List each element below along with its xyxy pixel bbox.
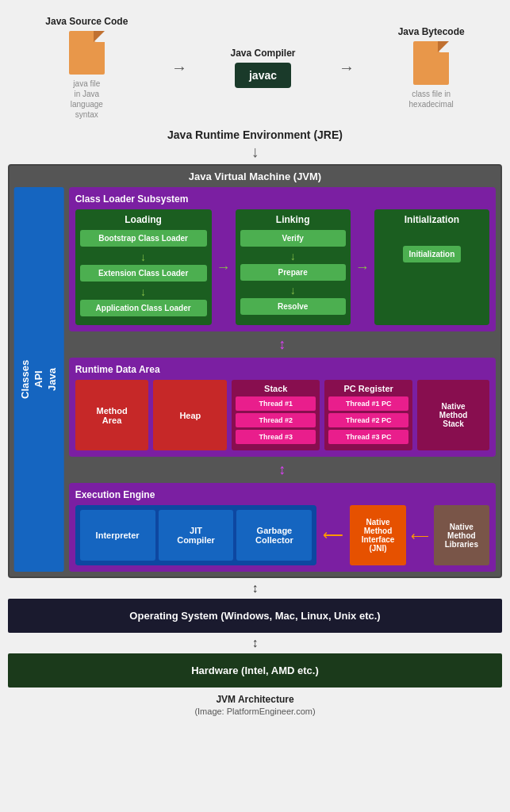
arrow-to-compiler: → xyxy=(171,59,187,77)
jvm-title: Java Virtual Machine (JVM) xyxy=(14,170,496,182)
loading-title: Loading xyxy=(80,214,207,225)
page-container: Java Source Code java file in Java langu… xyxy=(0,0,510,724)
application-loader-btn: Application Class Loader xyxy=(80,300,207,316)
compiler-label: Java Compiler xyxy=(230,48,295,59)
init-btn: Initialization xyxy=(403,246,462,262)
linking-panel: Linking Verify ↓ Prepare ↓ Resolve xyxy=(236,209,351,325)
footer-subcaption: (Image: PlatformEngineer.com) xyxy=(8,707,502,716)
source-file-subtitle: java file in Java language syntax xyxy=(71,79,103,120)
source-file-icon xyxy=(69,31,105,75)
verify-btn: Verify xyxy=(240,230,346,247)
exec-inner: Interpreter JIT Compiler Garbage Collect… xyxy=(75,505,489,565)
exec-left: Interpreter JIT Compiler Garbage Collect… xyxy=(75,505,317,565)
method-area: Method Area xyxy=(75,380,149,450)
os-section: Operating System (Windows, Mac, Linux, U… xyxy=(8,599,502,633)
pc-title: PC Register xyxy=(328,384,408,393)
native-method-stack: Native Method Stack xyxy=(417,380,489,450)
arrow-rda-exec: ↕ xyxy=(69,462,496,478)
stack-thread1: Thread #1 xyxy=(236,396,316,411)
interpreter-component: Interpreter xyxy=(80,510,155,561)
stack-thread2: Thread #2 xyxy=(236,413,316,427)
cls-inner: Loading Bootstrap Class Loader ↓ Extensi… xyxy=(75,209,489,325)
top-section: Java Source Code java file in Java langu… xyxy=(8,8,502,124)
arrow-jvm-os: ↕ xyxy=(8,581,502,596)
source-code-label: Java Source Code xyxy=(45,16,128,27)
loading-panel: Loading Bootstrap Class Loader ↓ Extensi… xyxy=(75,209,212,325)
exec-right: Native Method Interface (JNI) ⟵ Native M… xyxy=(350,505,489,565)
hw-section: Hardware (Intel, AMD etc.) xyxy=(8,653,502,688)
arrow-cls-rda: ↕ xyxy=(69,336,496,353)
exec-section: Execution Engine Interpreter JIT Compile… xyxy=(69,483,496,572)
rda-section: Runtime Data Area Method Area Heap Stack… xyxy=(69,358,496,457)
arrow-nmi-nml: ⟵ xyxy=(411,505,429,565)
bytecode-label: Java Bytecode xyxy=(398,26,465,37)
jre-label: Java Runtime Environment (JRE) xyxy=(8,128,502,141)
arrow-bootstrap-extension: ↓ xyxy=(80,251,207,263)
resolve-btn: Resolve xyxy=(240,298,346,315)
stack-thread3: Thread #3 xyxy=(236,430,316,444)
prepare-btn: Prepare xyxy=(240,264,346,281)
source-code-block: Java Source Code java file in Java langu… xyxy=(45,16,128,120)
jvm-container: Java Virtual Machine (JVM) Java API Clas… xyxy=(8,164,502,578)
pc-thread1: Thread #1 PC xyxy=(328,396,408,411)
nml-component: Native Method Libraries xyxy=(434,505,489,565)
arrow-to-bytecode: → xyxy=(339,59,355,77)
exec-title: Execution Engine xyxy=(75,489,489,500)
bootstrap-loader-btn: Bootstrap Class Loader xyxy=(80,230,207,247)
jvm-main: Class Loader Subsystem Loading Bootstrap… xyxy=(69,187,496,572)
jit-component: JIT Compiler xyxy=(159,510,234,561)
arrow-os-hw: ↕ xyxy=(8,636,502,650)
api-classes-sidebar: Java API Classes xyxy=(14,187,64,572)
gc-component: Garbage Collector xyxy=(236,510,312,561)
stack-title: Stack xyxy=(236,384,316,393)
footer-caption: JVM Architecture xyxy=(8,694,502,705)
stack-section: Stack Thread #1 Thread #2 Thread #3 xyxy=(232,380,320,450)
compiler-block: Java Compiler javac xyxy=(230,48,295,88)
rda-inner: Method Area Heap Stack Thread #1 Thread … xyxy=(75,380,489,450)
rda-title: Runtime Data Area xyxy=(75,364,489,375)
nmi-component: Native Method Interface (JNI) xyxy=(350,505,405,565)
arrow-extension-application: ↓ xyxy=(80,285,207,298)
arrow-jre-down: ↓ xyxy=(8,143,502,161)
heap-area: Heap xyxy=(153,380,227,450)
javac-button[interactable]: javac xyxy=(235,63,291,88)
linking-title: Linking xyxy=(240,214,346,225)
bytecode-subtitle: class file in hexadecimal xyxy=(409,89,454,109)
pc-thread2: Thread #2 PC xyxy=(328,413,408,427)
pc-thread3: Thread #3 PC xyxy=(328,430,408,444)
jvm-inner: Java API Classes Class Loader Subsystem … xyxy=(14,187,496,572)
arrow-exec-nmi: ⟵ xyxy=(321,505,345,565)
arrow-loading-linking: → xyxy=(217,209,231,325)
arrow-linking-init: → xyxy=(355,209,370,325)
pc-section: PC Register Thread #1 PC Thread #2 PC Th… xyxy=(324,380,412,450)
init-title: Initialization xyxy=(405,214,459,225)
cls-title: Class Loader Subsystem xyxy=(75,193,489,205)
class-loader-subsystem: Class Loader Subsystem Loading Bootstrap… xyxy=(69,187,496,331)
bytecode-block: Java Bytecode class file in hexadecimal xyxy=(398,26,465,109)
arrow-prepare-resolve: ↓ xyxy=(240,284,346,297)
arrow-verify-prepare: ↓ xyxy=(240,250,346,262)
bytecode-file-icon xyxy=(413,41,449,85)
extension-loader-btn: Extension Class Loader xyxy=(80,265,207,282)
init-panel: Initialization Initialization xyxy=(374,209,489,325)
